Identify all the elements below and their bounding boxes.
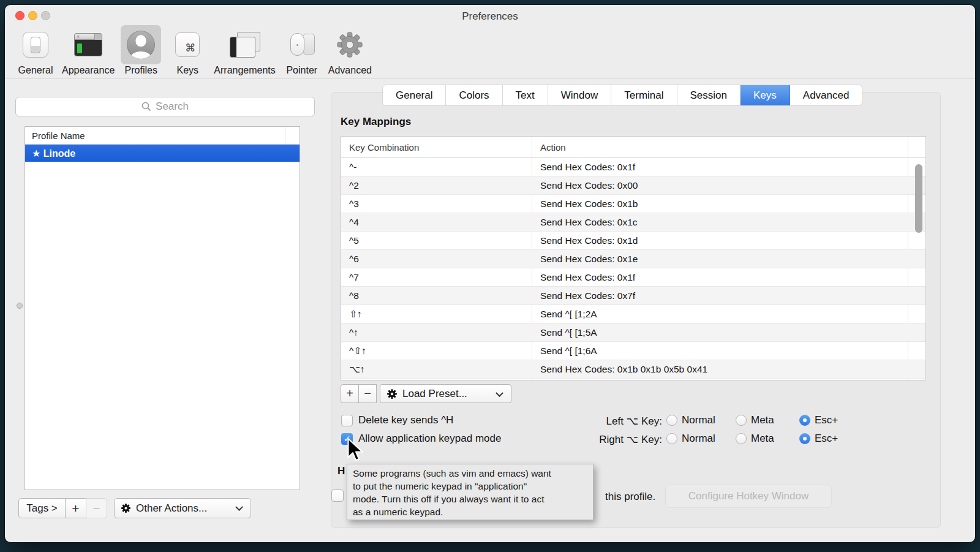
radio-unchecked[interactable]: [736, 415, 747, 426]
table-body: ^- Send Hex Codes: 0x1f ^2 Send Hex Code…: [341, 158, 925, 380]
tags-button[interactable]: Tags >: [18, 498, 66, 518]
hotkey-checkbox-partial[interactable]: [331, 490, 344, 502]
checkbox-unchecked[interactable]: [341, 415, 353, 426]
action-cell: Send Hex Codes: 0x1d: [532, 235, 638, 246]
table-row[interactable]: ^8 Send Hex Codes: 0x7f: [341, 287, 925, 305]
arrangements-windows-icon: [225, 25, 265, 64]
table-row[interactable]: ^5 Send Hex Codes: 0x1d: [341, 232, 925, 250]
keypad-mode-tooltip: Some programs (such as vim and emacs) wa…: [347, 464, 594, 520]
toolbar-label: Keys: [177, 65, 199, 76]
toolbar-item-general[interactable]: General: [12, 25, 59, 76]
right-option-esc-radio[interactable]: Esc+: [799, 433, 838, 445]
toolbar-item-appearance[interactable]: × Appearance: [59, 25, 118, 76]
window-title: Preferences: [5, 10, 975, 23]
right-option-normal-radio[interactable]: Normal: [666, 433, 715, 445]
toolbar-item-advanced[interactable]: Advanced: [325, 25, 375, 76]
action-cell: Send Hex Codes: 0x7f: [532, 290, 635, 301]
table-row[interactable]: ^3 Send Hex Codes: 0x1b: [341, 195, 925, 213]
checkbox-label: Allow application keypad mode: [358, 433, 501, 445]
key-combination-cell: ⇧↑: [341, 309, 532, 320]
left-option-meta-radio[interactable]: Meta: [736, 414, 774, 426]
remove-profile-button-disabled: −: [86, 498, 107, 518]
tab-session[interactable]: Session: [677, 85, 741, 105]
tab-colors[interactable]: Colors: [446, 85, 502, 105]
load-preset-dropdown[interactable]: Load Preset...: [380, 384, 511, 403]
table-header[interactable]: Key Combination Action: [341, 137, 925, 158]
left-option-esc-radio[interactable]: Esc+: [799, 414, 838, 426]
radio-checked[interactable]: [799, 415, 810, 426]
radio-unchecked[interactable]: [736, 433, 747, 444]
profile-list[interactable]: Profile Name ★ Linode: [24, 126, 300, 490]
tab-window[interactable]: Window: [548, 85, 611, 105]
table-row[interactable]: ⇧↑ Send ^[ [1;2A: [341, 305, 925, 323]
right-option-key-label: Right ⌥ Key:: [524, 433, 662, 446]
table-row[interactable]: ⌥↑ Send Hex Codes: 0x1b 0x1b 0x5b 0x41: [341, 360, 925, 379]
splitter-handle-dot[interactable]: [17, 303, 23, 309]
tab-terminal[interactable]: Terminal: [611, 85, 677, 105]
key-combination-cell: ^↑: [341, 327, 532, 338]
table-row[interactable]: ^4 Send Hex Codes: 0x1c: [341, 213, 925, 232]
action-cell: Send Hex Codes: 0x1c: [532, 217, 638, 228]
vertical-scrollbar[interactable]: [915, 164, 922, 233]
profile-list-header[interactable]: Profile Name: [25, 127, 300, 145]
key-combination-cell: ^6: [341, 254, 532, 265]
key-combination-cell: ^7: [341, 272, 532, 283]
search-input[interactable]: Search: [15, 97, 315, 116]
toolbar-item-arrangements[interactable]: Arrangements: [211, 25, 279, 76]
action-cell: Send Hex Codes: 0x1b: [532, 198, 638, 210]
profile-row-linode[interactable]: ★ Linode: [25, 145, 300, 162]
plus-icon: +: [72, 501, 79, 516]
configure-hotkey-window-button-disabled: Configure Hotkey Window: [665, 485, 832, 508]
tooltip-line: Some programs (such as vim and emacs) wa…: [353, 467, 587, 480]
radio-label: Normal: [682, 414, 715, 426]
minus-icon: −: [92, 501, 100, 516]
toolbar-label: Pointer: [286, 65, 317, 76]
desktop: { "window": { "title": "Preferences" }, …: [0, 0, 980, 552]
tab-text[interactable]: Text: [503, 85, 548, 105]
table-row[interactable]: ^- Send Hex Codes: 0x1f: [341, 158, 925, 176]
table-row[interactable]: ^↑ Send ^[ [1;5A: [341, 323, 925, 342]
table-row[interactable]: ^2 Send Hex Codes: 0x00: [341, 176, 925, 195]
table-row[interactable]: ^⇧↑ Send ^[ [1;6A: [341, 342, 925, 360]
keypad-mode-checkbox-row[interactable]: ✓ Allow application keypad mode: [341, 433, 501, 445]
profiles-person-icon: [121, 25, 161, 64]
radio-unchecked[interactable]: [666, 433, 677, 444]
preferences-window: Preferences General × Appearance Profile…: [5, 5, 975, 542]
tab-advanced[interactable]: Advanced: [790, 85, 862, 105]
key-combination-cell: ^4: [341, 217, 532, 228]
toolbar-divider: [5, 78, 975, 79]
tab-keys[interactable]: Keys: [741, 85, 790, 105]
chevron-down-icon: [235, 503, 243, 511]
radio-checked[interactable]: [799, 433, 810, 444]
checkbox-label: Delete key sends ^H: [358, 414, 453, 426]
tooltip-line: to put the numeric keypad in "applicatio…: [353, 480, 587, 493]
add-profile-button[interactable]: +: [65, 498, 86, 518]
radio-label: Meta: [751, 433, 774, 445]
toolbar-label: Advanced: [328, 65, 372, 76]
toolbar-label: Arrangements: [214, 65, 276, 76]
toolbar-item-keys[interactable]: ⌘ Keys: [164, 25, 211, 76]
tooltip-line: mode. Turn this off if you always want i…: [353, 493, 587, 505]
tab-general[interactable]: General: [383, 85, 446, 105]
remove-mapping-button[interactable]: −: [358, 384, 377, 403]
profile-name-column-header: Profile Name: [32, 130, 85, 141]
key-combination-column-header: Key Combination: [341, 142, 532, 153]
load-preset-label: Load Preset...: [402, 388, 467, 400]
right-option-meta-radio[interactable]: Meta: [736, 433, 774, 445]
key-mappings-table[interactable]: Key Combination Action ^- Send Hex Codes…: [341, 136, 926, 380]
add-mapping-button[interactable]: +: [341, 384, 359, 403]
radio-label: Meta: [751, 414, 774, 426]
left-option-normal-radio[interactable]: Normal: [666, 414, 715, 426]
radio-unchecked[interactable]: [666, 415, 677, 426]
toolbar-item-profiles[interactable]: Profiles: [118, 25, 164, 76]
sidebar-button-bar: Tags > + − Other Actions...: [18, 498, 251, 518]
other-actions-dropdown[interactable]: Other Actions...: [114, 498, 251, 518]
column-separator: [285, 127, 285, 144]
table-row[interactable]: ^6 Send Hex Codes: 0x1e: [341, 250, 925, 268]
gear-icon: [386, 388, 398, 399]
toolbar-label: Profiles: [125, 65, 157, 76]
table-row[interactable]: ^7 Send Hex Codes: 0x1f: [341, 268, 925, 287]
toolbar-item-pointer[interactable]: Pointer: [279, 25, 325, 76]
delete-key-sends-checkbox-row[interactable]: Delete key sends ^H: [341, 414, 453, 426]
action-cell: Send ^[ [1;2A: [532, 309, 597, 320]
